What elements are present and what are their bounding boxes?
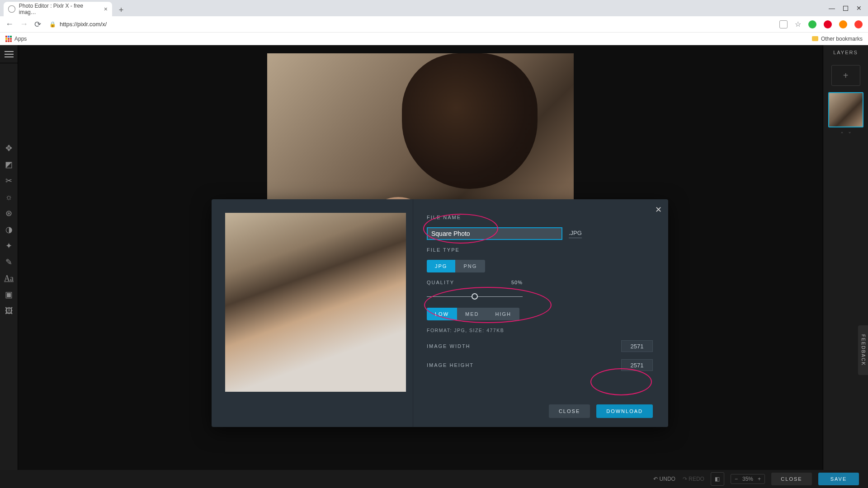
text-tool-icon[interactable]: Aa <box>0 270 18 286</box>
move-tool-icon[interactable]: ✥ <box>0 140 18 156</box>
close-button[interactable]: CLOSE <box>771 473 812 485</box>
nav-back-icon[interactable]: ← <box>5 19 14 29</box>
bottom-bar: ↶ UNDO ↷ REDO ◧ − 35% + CLOSE SAVE <box>0 470 868 488</box>
pixlr-favicon <box>8 5 15 13</box>
layer-up-icon[interactable]: ˄ <box>840 131 844 138</box>
cut-tool-icon[interactable]: ✂ <box>0 173 18 189</box>
file-name-label: FILE NAME <box>427 215 653 220</box>
tab-close-icon[interactable]: × <box>104 5 108 13</box>
quality-med[interactable]: MED <box>457 308 487 320</box>
redo-button: ↷ REDO <box>683 476 704 482</box>
omnibox[interactable]: 🔒 https://pixlr.com/x/ <box>49 21 107 28</box>
file-name-input[interactable] <box>427 227 562 240</box>
image-height-input <box>621 359 653 371</box>
dialog-close-icon[interactable]: ✕ <box>655 205 662 215</box>
quality-high[interactable]: HIGH <box>487 308 520 320</box>
quality-percent: 50% <box>511 280 523 285</box>
zoom-level: 35% <box>742 476 753 482</box>
quality-slider-knob[interactable] <box>472 293 478 300</box>
pixlr-app: ✥ ◩ ✂ ☼ ⊛ ◑ ✦ ✎ Aa ▣ 🖼 ⚙ LAYERS + ˄ ˅ FE… <box>0 45 868 488</box>
extension-icon-2[interactable] <box>854 20 863 28</box>
window-minimize-icon[interactable]: — <box>829 5 835 12</box>
format-meta: FORMAT: JPG, SIZE: 477KB <box>427 328 653 333</box>
wand-tool-icon[interactable]: ✦ <box>0 238 18 254</box>
nav-forward-icon: → <box>20 19 28 29</box>
adjust-tool-icon[interactable]: ☼ <box>0 189 18 205</box>
dialog-preview <box>212 199 413 427</box>
apps-button[interactable]: Apps <box>5 36 27 42</box>
hamburger-menu-icon[interactable] <box>0 45 18 63</box>
filter-tool-icon[interactable]: ⊛ <box>0 205 18 221</box>
save-button[interactable]: SAVE <box>818 473 859 485</box>
compare-toggle-icon[interactable]: ◧ <box>711 472 724 486</box>
file-ext-label: .JPG <box>569 230 582 238</box>
layer-nav: ˄ ˅ <box>840 131 851 138</box>
image-width-input <box>621 340 653 352</box>
apps-grid-icon <box>5 36 12 42</box>
save-dialog: ✕ FILE NAME .JPG FILE TYPE JPG PNG QUALI… <box>212 199 668 427</box>
preview-image <box>225 213 406 392</box>
quality-low[interactable]: LOW <box>427 308 457 320</box>
left-toolbar: ✥ ◩ ✂ ☼ ⊛ ◑ ✦ ✎ Aa ▣ 🖼 ⚙ <box>0 45 18 488</box>
quality-label: QUALITY <box>427 280 454 285</box>
feedback-tab[interactable]: FEEDBACK <box>858 325 868 375</box>
extension-pinterest-icon[interactable] <box>824 20 832 28</box>
other-bookmarks[interactable]: Other bookmarks <box>812 36 863 42</box>
window-maximize-icon[interactable] <box>843 6 848 11</box>
url-text: https://pixlr.com/x/ <box>60 21 107 28</box>
file-type-png[interactable]: PNG <box>455 260 485 272</box>
undo-button[interactable]: ↶ UNDO <box>653 476 675 482</box>
window-close-icon[interactable]: ✕ <box>856 5 862 12</box>
nav-reload-icon[interactable]: ⟳ <box>34 19 41 29</box>
shape-tool-icon[interactable]: ▣ <box>0 286 18 303</box>
other-bookmarks-label: Other bookmarks <box>821 36 863 42</box>
new-tab-button[interactable]: + <box>115 4 127 16</box>
browser-tab[interactable]: Photo Editor : Pixlr X - free imag… × <box>4 2 112 16</box>
dialog-close-button[interactable]: CLOSE <box>549 404 590 418</box>
extension-evernote-icon[interactable] <box>808 20 816 28</box>
window-controls: — ✕ <box>829 0 868 16</box>
bookmarks-bar: Apps Other bookmarks <box>0 33 868 45</box>
file-type-jpg[interactable]: JPG <box>427 260 455 272</box>
dialog-form: FILE NAME .JPG FILE TYPE JPG PNG QUALITY… <box>413 199 668 427</box>
translate-icon[interactable] <box>779 20 788 28</box>
file-type-label: FILE TYPE <box>427 247 653 253</box>
add-layer-button[interactable]: + <box>831 65 860 86</box>
crop-tool-icon[interactable]: ◩ <box>0 156 18 173</box>
extension-icon-1[interactable] <box>839 20 847 28</box>
browser-address-bar: ← → ⟳ 🔒 https://pixlr.com/x/ ☆ <box>0 16 868 33</box>
quality-slider[interactable] <box>427 292 523 300</box>
contrast-tool-icon[interactable]: ◑ <box>0 221 18 238</box>
dialog-download-button[interactable]: DOWNLOAD <box>596 404 653 418</box>
image-width-label: IMAGE WIDTH <box>427 343 471 349</box>
bookmark-star-icon[interactable]: ☆ <box>795 20 801 28</box>
image-height-label: IMAGE HEIGHT <box>427 362 474 368</box>
layers-panel: LAYERS + ˄ ˅ <box>823 45 868 488</box>
zoom-in-icon[interactable]: + <box>758 476 761 482</box>
layer-down-icon[interactable]: ˅ <box>848 131 851 138</box>
apps-label: Apps <box>14 36 27 42</box>
image-tool-icon[interactable]: 🖼 <box>0 303 18 319</box>
zoom-out-icon[interactable]: − <box>735 476 738 482</box>
browser-tab-strip: Photo Editor : Pixlr X - free imag… × + … <box>0 0 868 16</box>
folder-icon <box>812 36 818 41</box>
layers-header: LAYERS <box>833 45 858 60</box>
brush-tool-icon[interactable]: ✎ <box>0 254 18 270</box>
zoom-controls: − 35% + <box>731 474 765 484</box>
history-controls: ↶ UNDO ↷ REDO <box>653 476 704 482</box>
tab-title: Photo Editor : Pixlr X - free imag… <box>19 3 100 15</box>
quality-preset-segment: LOW MED HIGH <box>427 308 519 320</box>
lock-icon: 🔒 <box>49 21 56 28</box>
file-type-segment: JPG PNG <box>427 260 485 272</box>
layer-thumbnail[interactable] <box>828 92 863 127</box>
